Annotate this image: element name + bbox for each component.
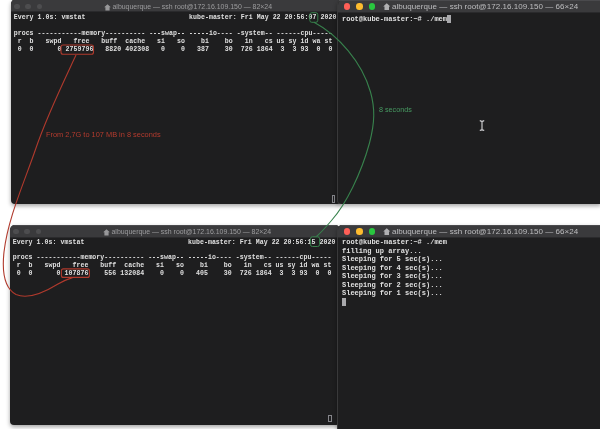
- svg-text:8 seconds: 8 seconds: [379, 105, 412, 114]
- svg-text:From 2,7G to 107 MB in 8 secon: From 2,7G to 107 MB in 8 seconds: [46, 130, 161, 139]
